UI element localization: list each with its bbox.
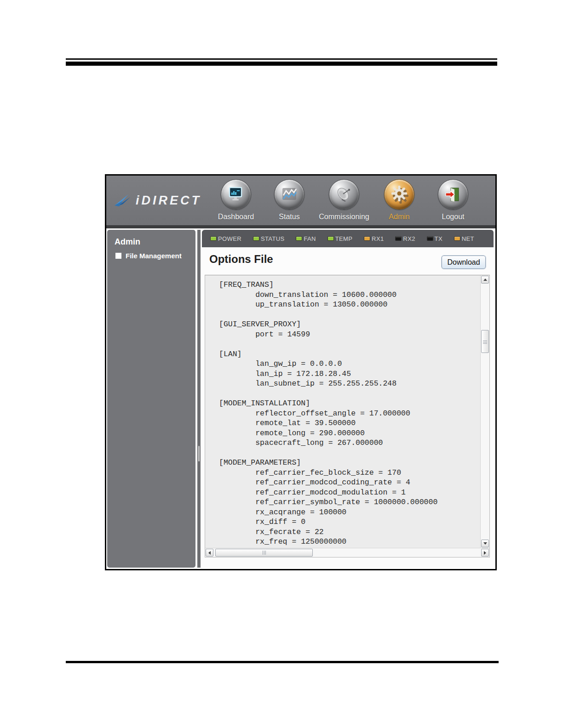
sidebar-item-label: File Management	[126, 252, 182, 260]
sidebar-item-file-management[interactable]: File Management	[115, 252, 182, 260]
indicator-tx: TX	[427, 235, 442, 242]
scroll-left-button[interactable]	[206, 549, 213, 557]
rx1-led-icon	[364, 236, 370, 241]
thumb-grip-icon	[265, 551, 266, 555]
rx2-led-icon	[395, 236, 402, 241]
thumb-grip-icon	[483, 343, 487, 344]
status-led-icon	[253, 236, 259, 241]
logout-door-icon	[438, 179, 468, 210]
indicator-rx2: RX2	[395, 235, 415, 242]
idirect-logo: iDIRECT	[114, 188, 215, 212]
thumb-grip-icon	[483, 342, 487, 342]
top-rule-thick	[66, 62, 497, 66]
arrow-down-icon	[483, 542, 487, 545]
vertical-scroll-thumb[interactable]	[481, 330, 489, 353]
document-page: iDIRECT Dashboard	[0, 0, 563, 728]
temp-led-icon	[327, 236, 334, 241]
thumb-grip-icon	[483, 341, 487, 341]
idirect-logo-text: iDIRECT	[136, 193, 201, 208]
options-file-viewer[interactable]: [FREQ_TRANS] down_translation = 10600.00…	[205, 275, 490, 557]
indicator-rx1: RX1	[364, 235, 384, 242]
nav-item-logout[interactable]: Logout	[421, 179, 485, 221]
thumb-grip-icon	[263, 551, 263, 555]
pane-splitter[interactable]	[197, 230, 201, 568]
scroll-down-button[interactable]	[481, 540, 489, 547]
options-file-text: [FREQ_TRANS] down_translation = 10600.00…	[205, 275, 480, 548]
arrow-left-icon	[208, 551, 211, 555]
download-button[interactable]: Download	[442, 256, 486, 269]
indicator-temp: TEMP	[327, 235, 353, 242]
horizontal-scrollbar[interactable]	[205, 548, 489, 557]
splitter-handle-icon	[198, 446, 200, 461]
page-title: Options File	[209, 253, 273, 266]
power-led-icon	[210, 236, 217, 241]
nav-label-logout: Logout	[421, 213, 485, 221]
header-band: iDIRECT Dashboard	[106, 176, 495, 225]
idirect-web-ui: iDIRECT Dashboard	[105, 174, 497, 570]
arrow-right-icon	[484, 551, 486, 555]
scroll-up-button[interactable]	[481, 276, 489, 284]
idirect-logo-arrow-icon	[114, 193, 134, 208]
tx-led-icon	[427, 236, 433, 241]
horizontal-scroll-thumb[interactable]	[215, 549, 313, 557]
gear-icon	[384, 179, 414, 210]
header-divider	[106, 225, 495, 228]
sidebar-title: Admin	[115, 237, 140, 247]
dashboard-monitor-icon	[221, 179, 251, 210]
status-led-strip: POWER STATUS FAN TEMP RX1	[202, 230, 494, 247]
nav-label-commissioning: Commissioning	[312, 213, 376, 221]
indicator-fan: FAN	[296, 235, 316, 242]
main-panel: POWER STATUS FAN TEMP RX1	[202, 230, 494, 568]
sidebar: Admin File Management	[107, 230, 195, 568]
vertical-scrollbar[interactable]	[480, 275, 489, 548]
fan-led-icon	[296, 236, 302, 241]
indicator-power: POWER	[210, 235, 241, 242]
indicator-status: STATUS	[253, 235, 285, 242]
satellite-dish-icon	[329, 179, 359, 210]
arrow-up-icon	[483, 279, 487, 281]
top-rule-thin	[66, 58, 497, 60]
thumb-grip-icon	[264, 551, 264, 555]
net-led-icon	[454, 236, 460, 241]
square-bullet-icon	[115, 253, 121, 259]
scroll-right-button[interactable]	[481, 549, 489, 557]
status-chart-icon	[274, 179, 304, 210]
indicator-net: NET	[454, 235, 474, 242]
nav-item-commissioning[interactable]: Commissioning	[312, 179, 376, 221]
bottom-rule	[66, 661, 499, 663]
